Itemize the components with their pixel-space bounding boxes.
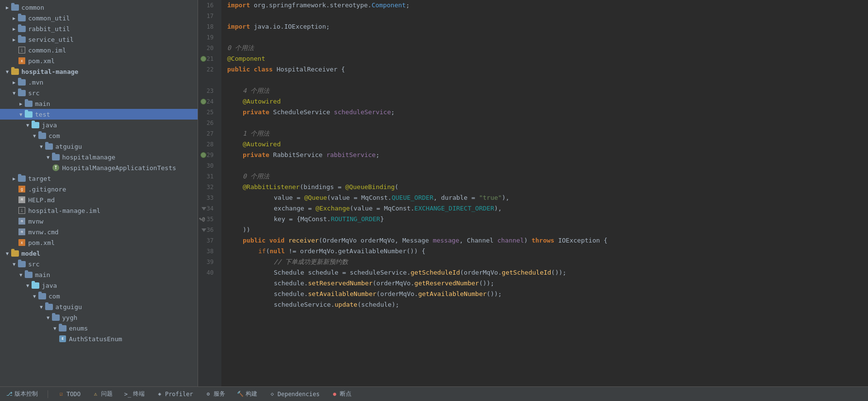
arrow-icon: ▼ bbox=[31, 133, 38, 139]
iml-file-icon: i bbox=[17, 46, 26, 54]
build-button[interactable]: 🔨 构建 bbox=[235, 389, 259, 399]
sidebar-item-rabbit-util[interactable]: ▶ rabbit_util bbox=[0, 23, 198, 34]
sidebar-item-model[interactable]: ▼ model bbox=[0, 248, 198, 259]
code-line-36: // 下单成功更新新预约数 bbox=[227, 257, 862, 267]
service-button[interactable]: ⚙ 服务 bbox=[203, 389, 227, 399]
sidebar-item-label: pom.xml bbox=[28, 239, 198, 246]
sidebar-item-java2[interactable]: ▼ java bbox=[0, 280, 198, 291]
gutter-line-36: 36 bbox=[198, 225, 217, 235]
gutter-line-22b bbox=[198, 75, 217, 86]
code-content[interactable]: import org.springframework.stereotype.Co… bbox=[221, 0, 868, 386]
terminal-button[interactable]: >_ 终端 bbox=[122, 389, 147, 399]
sidebar-item-com2[interactable]: ▼ com bbox=[0, 291, 198, 301]
sidebar-item-label: java bbox=[42, 282, 198, 289]
sidebar-item-com[interactable]: ▼ com bbox=[0, 130, 198, 141]
bottom-toolbar: ⎇ 版本控制 ☑ TODO ⚠ 问题 >_ 终端 ◈ Profiler ⚙ 服务… bbox=[0, 386, 868, 401]
todo-label: TODO bbox=[67, 391, 81, 398]
sidebar-item-target[interactable]: ▶ target bbox=[0, 173, 198, 184]
sidebar-item-atguigu[interactable]: ▼ atguigu bbox=[0, 141, 198, 152]
code-line-24: @Autowired bbox=[227, 96, 862, 107]
sidebar-item-label: model bbox=[21, 250, 198, 257]
arrow-icon: ▼ bbox=[45, 155, 51, 160]
sidebar-item-main[interactable]: ▶ main bbox=[0, 98, 198, 109]
sidebar-item-label: yygh bbox=[62, 314, 198, 321]
build-label: 构建 bbox=[246, 390, 257, 398]
sidebar-item-label: common bbox=[21, 4, 198, 11]
gutter-line-33: 33 bbox=[198, 192, 217, 203]
sidebar-item-label: main bbox=[35, 100, 198, 107]
bean-gutter-icon bbox=[200, 152, 207, 158]
gutter-line-24: 24 bbox=[198, 96, 217, 107]
folder-icon bbox=[31, 281, 40, 290]
sidebar-item-enums[interactable]: ▼ enums bbox=[0, 323, 198, 333]
code-line-25: private ScheduleService scheduleService; bbox=[227, 107, 862, 118]
git-file-icon: g bbox=[17, 185, 26, 193]
sidebar-item-pom-xml-1[interactable]: x pom.xml bbox=[0, 55, 198, 66]
arrow-icon: ▶ bbox=[11, 26, 17, 32]
sidebar-item-java[interactable]: ▼ java bbox=[0, 120, 198, 130]
code-line-35: if(null != orderMqVo.getAvailableNumber(… bbox=[227, 246, 862, 257]
sidebar-item-common-util[interactable]: ▶ common_util bbox=[0, 13, 198, 23]
sidebar-item-mvnw[interactable]: m mvnw bbox=[0, 216, 198, 227]
sidebar-item-common[interactable]: ▶ common bbox=[0, 2, 198, 13]
iml-file-icon: i bbox=[17, 206, 26, 215]
sidebar-item-src[interactable]: ▼ src bbox=[0, 87, 198, 98]
sidebar-item-atguigu2[interactable]: ▼ atguigu bbox=[0, 301, 198, 312]
folder-icon bbox=[17, 14, 26, 22]
sidebar-item-mvnw-cmd[interactable]: m mvnw.cmd bbox=[0, 227, 198, 237]
arrow-icon: ▼ bbox=[11, 90, 17, 96]
arrow-icon: ▼ bbox=[31, 294, 38, 299]
service-label: 服务 bbox=[214, 390, 225, 398]
sidebar-item-auth-status-enum[interactable]: E AuthStatusEnum bbox=[0, 333, 198, 344]
sidebar-item-src2[interactable]: ▼ src bbox=[0, 259, 198, 269]
code-line-22: public class HospitalReceiver { bbox=[227, 64, 862, 75]
file-tree[interactable]: ▶ common ▶ common_util ▶ rabbit_util ▶ s… bbox=[0, 0, 198, 386]
code-line-usage-1: 1 个用法 bbox=[227, 128, 862, 139]
vcs-icon: ⎇ bbox=[6, 391, 13, 398]
folder-icon bbox=[17, 174, 26, 183]
arrow-icon: ▼ bbox=[24, 283, 31, 288]
sidebar-item-hospital-tests[interactable]: T HospitalManageApplicationTests bbox=[0, 162, 198, 173]
sidebar-item-pom-xml-2[interactable]: x pom.xml bbox=[0, 237, 198, 248]
sidebar-item-test[interactable]: ▼ test bbox=[0, 109, 198, 120]
gutter-line-31: 31 bbox=[198, 171, 217, 182]
line-numbers: 16 17 18 19 20 21 22 23 24 25 26 27 28 2… bbox=[198, 0, 221, 386]
sidebar-item-help-md[interactable]: M HELP.md bbox=[0, 194, 198, 205]
profiler-button[interactable]: ◈ Profiler bbox=[154, 390, 195, 399]
todo-button[interactable]: ☑ TODO bbox=[56, 390, 83, 399]
gutter-line-25: 25 bbox=[198, 107, 217, 118]
code-line-38: schedule.setReservedNumber(orderMqVo.get… bbox=[227, 278, 862, 289]
usage-hint: 0 个用法 bbox=[227, 43, 254, 53]
dependencies-button[interactable]: ◇ Dependencies bbox=[267, 390, 322, 399]
sidebar-item-service-util[interactable]: ▶ service_util bbox=[0, 34, 198, 45]
gutter-line-30: 30 bbox=[198, 160, 217, 171]
sidebar-item-label: java bbox=[42, 122, 198, 129]
issues-icon: ⚠ bbox=[92, 391, 99, 398]
sidebar-item-hospitalmanage[interactable]: ▼ hospitalmanage bbox=[0, 152, 198, 162]
sidebar-item-main2[interactable]: ▼ main bbox=[0, 269, 198, 280]
sidebar-item-gitignore[interactable]: g .gitignore bbox=[0, 184, 198, 194]
sidebar-item-label: common.iml bbox=[28, 47, 198, 54]
xml-file-icon: x bbox=[17, 238, 26, 247]
sidebar-item-label: .gitignore bbox=[28, 186, 198, 193]
sidebar-item-hospital-manage[interactable]: ▼ hospital-manage bbox=[0, 66, 198, 77]
gutter-line-32: 32 bbox=[198, 182, 217, 192]
sidebar-item-label: src bbox=[28, 89, 198, 97]
breakpoints-button[interactable]: ● 断点 bbox=[329, 389, 353, 399]
gutter-line-17: 17 bbox=[198, 11, 217, 21]
vcs-button[interactable]: ⎇ 版本控制 bbox=[4, 389, 40, 399]
code-line-32: key = {MqConst.ROUTING_ORDER} bbox=[227, 214, 862, 225]
triangle-down-icon bbox=[200, 227, 207, 233]
folder-icon bbox=[17, 24, 26, 33]
sidebar-item-mvn[interactable]: ▶ .mvn bbox=[0, 77, 198, 87]
issues-button[interactable]: ⚠ 问题 bbox=[90, 389, 115, 399]
code-line-usage-4: 4 个用法 bbox=[227, 86, 862, 96]
sidebar-item-label: com bbox=[49, 132, 198, 139]
sidebar-item-hospital-iml[interactable]: i hospital-manage.iml bbox=[0, 205, 198, 216]
gutter-line-18: 18 bbox=[198, 21, 217, 32]
arrow-icon: ▶ bbox=[11, 16, 17, 21]
folder-icon bbox=[45, 142, 53, 151]
sidebar-item-yygh[interactable]: ▼ yygh bbox=[0, 312, 198, 323]
gutter-line-28: 28 bbox=[198, 139, 217, 150]
sidebar-item-common-iml[interactable]: i common.iml bbox=[0, 45, 198, 55]
